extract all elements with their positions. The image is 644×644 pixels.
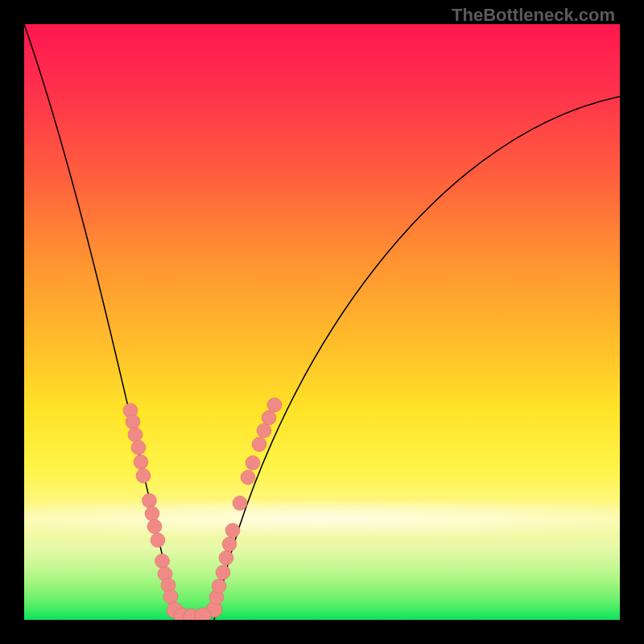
beads-left [123, 403, 183, 618]
bead [219, 551, 233, 565]
bead [267, 398, 282, 412]
bead [163, 589, 178, 604]
bead [233, 496, 247, 510]
bead [257, 423, 271, 438]
bead [151, 533, 165, 547]
bead [134, 455, 148, 469]
bead [131, 440, 146, 455]
chart-svg [24, 24, 620, 620]
bead [155, 554, 170, 568]
beads-bottom [174, 608, 211, 620]
bead [246, 456, 260, 470]
bead [222, 537, 237, 551]
bead [126, 415, 140, 429]
beads-right [206, 398, 282, 617]
bead [252, 437, 266, 452]
bead [145, 506, 159, 521]
watermark: TheBottleneck.com [452, 5, 615, 26]
bead [262, 411, 276, 425]
right-curve [214, 97, 620, 620]
chart-frame: TheBottleneck.com [0, 0, 644, 644]
plot-area [24, 24, 620, 620]
bead [136, 469, 151, 483]
bead [216, 565, 230, 580]
bead [128, 427, 142, 442]
bead [147, 519, 162, 534]
bead [241, 470, 255, 485]
bead [225, 523, 240, 538]
bead [212, 579, 226, 593]
bead [142, 493, 157, 508]
